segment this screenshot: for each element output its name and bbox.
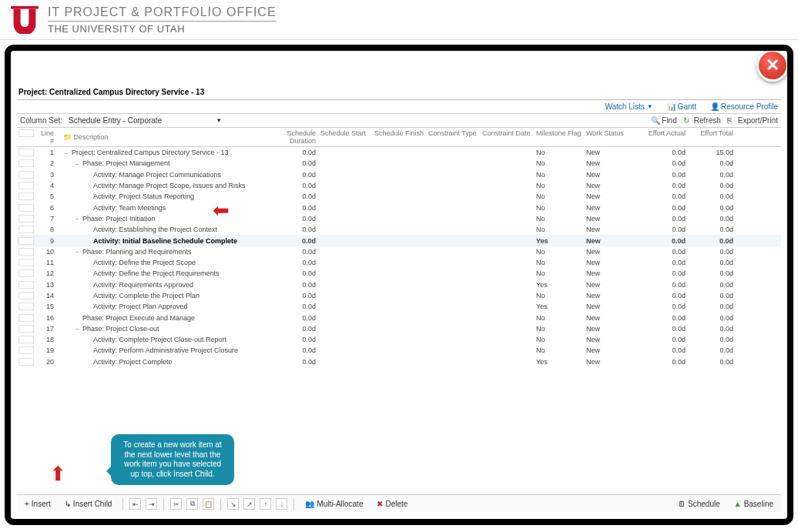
- table-row[interactable]: 15Activity: Project Plan Approved0.0dYes…: [17, 301, 781, 312]
- row-checkbox[interactable]: [18, 182, 34, 189]
- indent-button[interactable]: ⇥: [146, 498, 157, 510]
- delete-button[interactable]: ✖Delete: [372, 498, 412, 510]
- insert-child-button[interactable]: ↳Insert Child: [60, 498, 117, 510]
- table-row[interactable]: 14Activity: Complete the Project Plan0.0…: [17, 290, 781, 301]
- row-checkbox[interactable]: [18, 192, 34, 200]
- row-checkbox[interactable]: [18, 171, 34, 179]
- cell-description[interactable]: Activity: Define the Project Requirement…: [59, 269, 259, 277]
- cell-description[interactable]: Activity: Requirements Approved: [59, 281, 259, 289]
- cut-button[interactable]: ✂: [170, 498, 182, 510]
- row-checkbox[interactable]: [18, 159, 34, 167]
- table-row[interactable]: 20Activity: Project Complete0.0dYesNew0.…: [17, 356, 781, 367]
- export-print-button[interactable]: ⎘Export/Print: [727, 116, 778, 125]
- table-row[interactable]: 12Activity: Define the Project Requireme…: [17, 268, 781, 279]
- cell-line: 8: [35, 226, 59, 233]
- table-row[interactable]: 17–Phase: Project Close-out0.0dNoNew0.0d…: [17, 323, 781, 334]
- expand-toggle[interactable]: –: [74, 248, 80, 255]
- col-effort-total[interactable]: Effort Total: [690, 129, 738, 145]
- table-row[interactable]: 7–Phase: Project Initiation0.0dNoNew0.0d…: [17, 213, 781, 224]
- row-checkbox[interactable]: [18, 215, 34, 223]
- cell-description[interactable]: –Phase: Planning and Requirements: [59, 248, 259, 256]
- row-checkbox[interactable]: [18, 281, 34, 289]
- cell-description[interactable]: –Phase: Project Close-out: [59, 325, 259, 333]
- cell-description[interactable]: Activity: Complete the Project Plan: [59, 292, 259, 299]
- col-work-status[interactable]: Work Status: [586, 129, 636, 145]
- cell-description[interactable]: Activity: Project Complete: [59, 358, 259, 366]
- unlink-button[interactable]: ↗: [243, 498, 255, 510]
- move-up-button[interactable]: ↑: [260, 498, 271, 510]
- row-checkbox[interactable]: [18, 259, 34, 266]
- row-checkbox[interactable]: [18, 226, 34, 233]
- expand-toggle[interactable]: –: [74, 160, 80, 167]
- row-checkbox[interactable]: [18, 325, 34, 333]
- table-row[interactable]: 3Activity: Manage Project Communications…: [17, 169, 781, 180]
- col-start[interactable]: Schedule Start: [320, 129, 374, 145]
- cell-description[interactable]: Activity: Define the Project Scope: [59, 259, 259, 266]
- expand-toggle[interactable]: –: [74, 215, 80, 222]
- row-checkbox[interactable]: [18, 204, 34, 212]
- col-finish[interactable]: Schedule Finish: [374, 129, 428, 145]
- row-checkbox[interactable]: [18, 358, 34, 366]
- multi-allocate-button[interactable]: 👥Multi-Allocate: [300, 498, 367, 510]
- table-row[interactable]: 1–Project: Centralized Campus Directory …: [17, 147, 781, 158]
- close-button[interactable]: ✕: [756, 49, 789, 82]
- table-row[interactable]: 5Activity: Project Status Reporting0.0dN…: [17, 191, 781, 202]
- table-row[interactable]: 13Activity: Requirements Approved0.0dYes…: [17, 279, 781, 290]
- table-row[interactable]: 9Activity: Initial Baseline Schedule Com…: [17, 235, 781, 246]
- row-checkbox[interactable]: [18, 336, 34, 343]
- col-milestone-flag[interactable]: Milestone Flag: [536, 129, 586, 145]
- copy-button[interactable]: ⧉: [186, 498, 198, 510]
- column-set-select[interactable]: Schedule Entry - Corporate▼: [69, 116, 222, 125]
- table-row[interactable]: 4Activity: Manage Project Scope, Issues …: [17, 180, 781, 191]
- row-checkbox[interactable]: [18, 303, 34, 310]
- gantt-link[interactable]: 📊Gantt: [667, 102, 696, 111]
- cell-description[interactable]: Activity: Initial Baseline Schedule Comp…: [59, 237, 259, 245]
- row-checkbox[interactable]: [18, 314, 34, 322]
- table-row[interactable]: 8Activity: Establishing the Project Cont…: [17, 224, 781, 235]
- table-row[interactable]: 16Phase: Project Execute and Manage0.0dN…: [17, 312, 781, 323]
- table-row[interactable]: 10–Phase: Planning and Requirements0.0dN…: [17, 246, 781, 257]
- col-effort-actual[interactable]: Effort Actual: [636, 129, 690, 145]
- table-row[interactable]: 19Activity: Perform Administrative Proje…: [17, 345, 781, 356]
- find-button[interactable]: 🔍Find: [651, 116, 676, 125]
- cell-description[interactable]: Activity: Project Plan Approved: [59, 303, 259, 310]
- link-button[interactable]: ↘: [227, 498, 239, 510]
- col-constraint-type[interactable]: Constraint Type: [428, 129, 482, 145]
- cell-description[interactable]: –Phase: Project Management: [59, 159, 259, 167]
- insert-button[interactable]: +Insert: [20, 498, 55, 510]
- row-checkbox[interactable]: [18, 346, 34, 354]
- row-checkbox[interactable]: [18, 269, 34, 277]
- cell-description[interactable]: Activity: Complete Project Close-out Rep…: [59, 336, 259, 343]
- col-description[interactable]: 📁 Description: [59, 129, 259, 145]
- cell-description[interactable]: Activity: Manage Project Communications: [59, 171, 259, 179]
- checkbox-header[interactable]: [18, 129, 34, 137]
- row-checkbox[interactable]: [18, 248, 34, 256]
- paste-button[interactable]: 📋: [203, 498, 214, 510]
- cell-effort-total: 0.0d: [690, 204, 738, 212]
- row-checkbox[interactable]: [18, 292, 34, 299]
- cell-description[interactable]: Phase: Project Execute and Manage: [59, 314, 259, 322]
- col-line[interactable]: Line #: [35, 129, 59, 145]
- watch-lists-menu[interactable]: Watch Lists ▼: [605, 102, 652, 111]
- col-duration[interactable]: Schedule Duration: [259, 129, 320, 145]
- move-down-button[interactable]: ↓: [276, 498, 287, 510]
- col-constraint-date[interactable]: Constraint Date: [482, 129, 536, 145]
- table-row[interactable]: 6Activity: Team Meetings0.0dNoNew0.0d0.0…: [17, 202, 781, 212]
- cell-description[interactable]: Activity: Manage Project Scope, Issues a…: [59, 182, 259, 189]
- row-checkbox[interactable]: [18, 237, 34, 245]
- cell-description[interactable]: –Project: Centralized Campus Directory S…: [59, 149, 259, 156]
- cell-effort-actual: 0.0d: [636, 215, 690, 223]
- resource-profile-link[interactable]: 👤Resource Profile: [710, 102, 778, 111]
- baseline-button[interactable]: ▲Baseline: [729, 498, 778, 510]
- expand-toggle[interactable]: –: [74, 325, 80, 332]
- refresh-button[interactable]: ↻Refresh: [683, 116, 721, 125]
- table-row[interactable]: 2–Phase: Project Management0.0dNoNew0.0d…: [17, 158, 781, 169]
- cell-description[interactable]: Activity: Establishing the Project Conte…: [59, 226, 259, 233]
- cell-description[interactable]: Activity: Perform Administrative Project…: [59, 346, 259, 354]
- table-row[interactable]: 11Activity: Define the Project Scope0.0d…: [17, 257, 781, 268]
- row-checkbox[interactable]: [18, 149, 34, 156]
- table-row[interactable]: 18Activity: Complete Project Close-out R…: [17, 334, 781, 345]
- schedule-button[interactable]: 🗓Schedule: [673, 498, 725, 510]
- expand-toggle[interactable]: –: [63, 149, 69, 156]
- outdent-button[interactable]: ⇤: [129, 498, 141, 510]
